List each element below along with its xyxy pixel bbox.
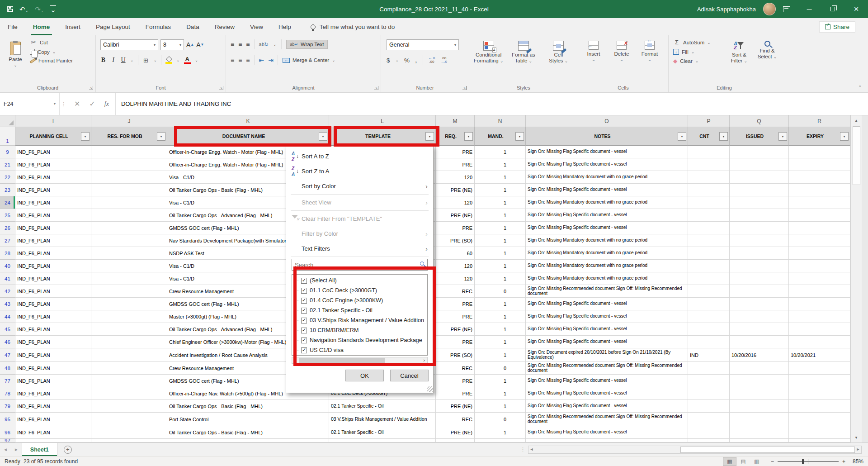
percent-style-button[interactable]: %	[404, 57, 410, 64]
cell-planning-cell[interactable]: IND_F6_PLAN	[15, 298, 91, 310]
cell-req[interactable]: PRE (SO)	[436, 348, 475, 362]
cell-res-for-mob[interactable]	[91, 375, 167, 387]
ribbon-tab[interactable]: Data	[179, 18, 207, 35]
cell-res-for-mob[interactable]	[91, 413, 167, 426]
cell-expiry[interactable]	[789, 146, 850, 158]
cell-issued[interactable]	[730, 362, 789, 375]
column-letter[interactable]: N	[475, 115, 526, 127]
column-letter[interactable]: M	[436, 115, 475, 127]
cell-planning-cell[interactable]: IND_F6_PLAN	[15, 400, 91, 413]
font-size-select[interactable]: 8▾	[160, 39, 184, 50]
cell-expiry[interactable]: 10/20/2021	[789, 348, 850, 362]
cell-cnt[interactable]	[688, 247, 730, 260]
cell-notes[interactable]: Sign On: Missing Mandatory document with…	[526, 234, 688, 247]
cell-res-for-mob[interactable]	[91, 310, 167, 323]
ribbon-display-options-icon[interactable]	[783, 6, 790, 12]
fill-color-button[interactable]	[165, 57, 172, 64]
cell-document-name[interactable]: Port State Control	[167, 413, 329, 426]
autosum-button[interactable]: ΣAutoSum⌄	[673, 39, 711, 46]
scroll-up-icon[interactable]: ▲	[851, 115, 862, 125]
cell-req[interactable]: PRE	[436, 387, 475, 400]
format-cells-button[interactable]: ↔ Format⌄	[638, 37, 661, 61]
avatar[interactable]	[763, 3, 776, 15]
cell-issued[interactable]	[730, 375, 789, 387]
cell-req[interactable]: PRE	[436, 375, 475, 387]
cell-notes[interactable]: Sign On: Missing Flag Specific document …	[526, 146, 688, 158]
cell-req[interactable]: PRE (NE)	[436, 209, 475, 222]
hscrollbar-thumb[interactable]	[299, 358, 385, 363]
increase-indent-button[interactable]: ⇥	[268, 57, 273, 64]
cell-expiry[interactable]	[789, 400, 850, 413]
ribbon-tab[interactable]: Help	[271, 18, 299, 35]
cell-cnt[interactable]	[688, 375, 730, 387]
increase-decimal-button[interactable]: ←.0.00	[429, 57, 435, 64]
cell-notes[interactable]: Sign On: Missing Flag Specific document …	[526, 158, 688, 171]
cell-req[interactable]: REC	[436, 285, 475, 298]
row-number[interactable]: 28	[0, 247, 15, 260]
cell-cnt[interactable]	[688, 310, 730, 323]
delete-cells-button[interactable]: ✕ Delete⌄	[610, 37, 633, 61]
cell-mand[interactable]: 1	[475, 247, 526, 260]
table-column-header[interactable]: MAND.	[475, 127, 526, 146]
ribbon-tab[interactable]: Review	[207, 18, 242, 35]
cell-notes[interactable]: Sign On: Missing Flag Specific document …	[526, 323, 688, 336]
cell-notes[interactable]: Sign On: Missing Flag Specific document …	[526, 209, 688, 222]
cell-cnt[interactable]	[688, 158, 730, 171]
cell-req[interactable]	[436, 439, 475, 442]
filter-search-input[interactable]	[292, 259, 428, 271]
filter-button[interactable]	[157, 132, 165, 141]
row-number[interactable]: 26	[0, 222, 15, 234]
column-letter[interactable]: L	[329, 115, 436, 127]
cell-expiry[interactable]	[789, 234, 850, 247]
cell-cnt[interactable]	[688, 234, 730, 247]
align-center-button[interactable]: ≡	[238, 57, 241, 64]
fill-button[interactable]: ↓Fill⌄	[673, 49, 711, 55]
cell-planning-cell[interactable]: IND_F6_PLAN	[15, 413, 91, 426]
cell-req[interactable]: PRE (NE)	[436, 323, 475, 336]
table-column-header[interactable]: PLANNING CELL	[15, 127, 91, 146]
row-number[interactable]: 42	[0, 285, 15, 298]
cell-planning-cell[interactable]: IND_F6_PLAN	[15, 234, 91, 247]
cell-expiry[interactable]	[789, 285, 850, 298]
filter-button[interactable]	[81, 132, 90, 141]
cell-expiry[interactable]	[789, 272, 850, 285]
ribbon-tab[interactable]: Home	[25, 18, 58, 35]
cell-styles-button[interactable]: CellStyles ⌄	[542, 37, 575, 64]
checkbox-checked-icon[interactable]	[301, 318, 307, 323]
cell-issued[interactable]	[730, 387, 789, 400]
filter-value-item[interactable]: 01.4 CoC Engine (>3000KW)	[292, 295, 427, 305]
cell-notes[interactable]: Sign On: Missing Flag Specific document …	[526, 426, 688, 439]
vertical-scrollbar[interactable]: ▲ ▼	[850, 115, 862, 442]
cell-mand[interactable]: 1	[475, 400, 526, 413]
confirm-entry-button[interactable]: ✓	[89, 100, 95, 108]
accounting-format-button[interactable]: $	[387, 57, 390, 64]
cell-issued[interactable]	[730, 336, 789, 348]
cell-issued[interactable]	[730, 272, 789, 285]
filter-button[interactable]	[840, 132, 849, 141]
cell-req[interactable]: PRE	[436, 310, 475, 323]
name-box[interactable]: F24▾	[0, 93, 60, 115]
cell-notes[interactable]: Sign On: Missing Flag Specific document …	[526, 222, 688, 234]
cell-planning-cell[interactable]: IND_F6_PLAN	[15, 260, 91, 272]
zoom-level[interactable]: 85%	[845, 458, 863, 465]
page-layout-view-button[interactable]: ▤	[736, 457, 750, 466]
menu-sort-z-to-a[interactable]: ZA↓ Sort Z to A	[286, 164, 433, 179]
top-align-button[interactable]: ≡	[231, 41, 234, 48]
row-number[interactable]: 46	[0, 336, 15, 348]
checkbox-checked-icon[interactable]	[301, 328, 307, 333]
row-number[interactable]: 77	[0, 375, 15, 387]
cell-issued[interactable]	[730, 196, 789, 209]
cell-mand[interactable]: 1	[475, 323, 526, 336]
menu-sort-a-to-z[interactable]: AZ↓ Sort A to Z	[286, 149, 433, 164]
cell-mand[interactable]: 1	[475, 375, 526, 387]
conditional-formatting-button[interactable]: ≠ ConditionalFormatting ⌄	[472, 37, 505, 64]
ribbon-tab[interactable]: View	[242, 18, 271, 35]
filter-value-item[interactable]: US C1/D visa	[292, 345, 427, 355]
cell-cnt[interactable]	[688, 184, 730, 196]
cell-cnt[interactable]	[688, 222, 730, 234]
cell-req[interactable]: REC	[436, 362, 475, 375]
cell-issued[interactable]	[730, 298, 789, 310]
cell-expiry[interactable]	[789, 222, 850, 234]
font-family-select[interactable]: Calibri▾	[100, 39, 158, 50]
cell-res-for-mob[interactable]	[91, 426, 167, 439]
